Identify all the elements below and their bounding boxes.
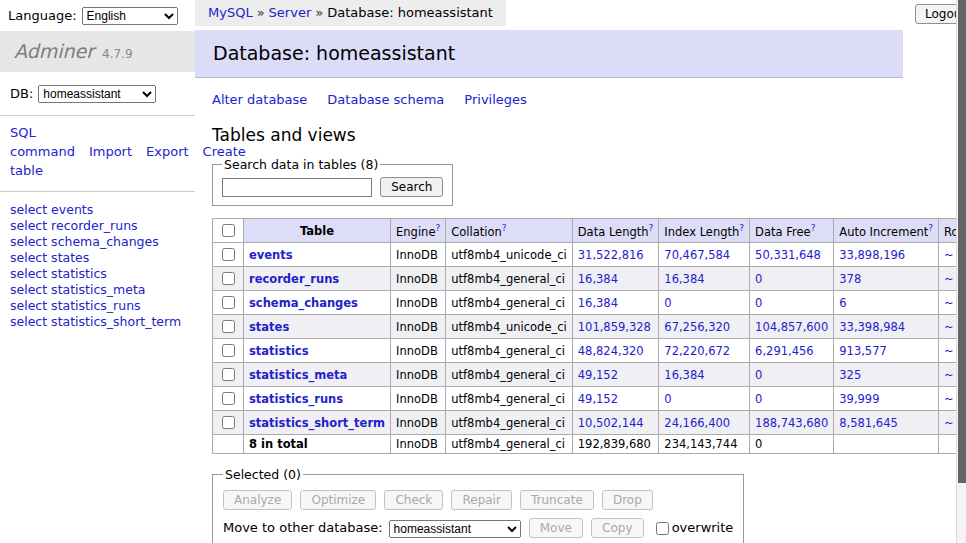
analyze-button[interactable]: Analyze: [223, 490, 292, 510]
sidebar-select-recorder-runs[interactable]: select recorder_runs: [10, 218, 138, 233]
table-link[interactable]: schema_changes: [249, 296, 358, 310]
collation-cell: utf8mb4_unicode_ci: [446, 243, 573, 267]
move-button[interactable]: Move: [529, 518, 583, 538]
data-length-link[interactable]: 16,384: [578, 296, 618, 310]
alter-database-link[interactable]: Alter database: [212, 92, 307, 107]
total-data-length: 192,839,680: [572, 435, 659, 454]
app-name: Adminer: [14, 40, 94, 62]
drop-button[interactable]: Drop: [602, 490, 653, 510]
data-length-link[interactable]: 101,859,328: [578, 320, 651, 334]
data-length-link[interactable]: 49,152: [578, 368, 618, 382]
check-button[interactable]: Check: [384, 490, 443, 510]
index-length-link[interactable]: 16,384: [664, 368, 704, 382]
row-checkbox[interactable]: [222, 272, 235, 285]
row-checkbox[interactable]: [222, 320, 235, 333]
breadcrumb-server[interactable]: Server: [269, 5, 312, 20]
truncate-button[interactable]: Truncate: [520, 490, 594, 510]
auto-increment-help-link[interactable]: ?: [928, 223, 933, 233]
sidebar-select-statistics-meta[interactable]: select statistics_meta: [10, 282, 146, 297]
breadcrumb-mysql[interactable]: MySQL: [208, 5, 253, 20]
row-checkbox[interactable]: [222, 392, 235, 405]
engine-help-link[interactable]: ?: [435, 223, 440, 233]
table-link[interactable]: statistics: [249, 344, 309, 358]
db-select[interactable]: homeassistant: [38, 85, 156, 103]
index-length-help-link[interactable]: ?: [739, 223, 744, 233]
table-link[interactable]: statistics_meta: [249, 368, 347, 382]
data-length-link[interactable]: 16,384: [578, 272, 618, 286]
row-checkbox[interactable]: [222, 416, 235, 429]
data-free-link[interactable]: 50,331,648: [755, 248, 821, 262]
optimize-button[interactable]: Optimize: [300, 490, 376, 510]
auto-increment-link[interactable]: 378: [839, 272, 861, 286]
index-length-link[interactable]: 0: [664, 296, 671, 310]
data-free-link[interactable]: 0: [755, 272, 762, 286]
sidebar-select-events[interactable]: select events: [10, 202, 93, 217]
list-item: select statistics_meta: [10, 282, 195, 298]
data-length-link[interactable]: 31,522,816: [578, 248, 644, 262]
data-free-link[interactable]: 0: [755, 296, 762, 310]
collation-cell: utf8mb4_general_ci: [446, 387, 573, 411]
copy-button[interactable]: Copy: [591, 518, 643, 538]
select-all-checkbox[interactable]: [222, 224, 235, 237]
data-length-link[interactable]: 48,824,320: [578, 344, 644, 358]
index-length-link[interactable]: 67,256,320: [664, 320, 730, 334]
move-db-select[interactable]: homeassistant: [389, 520, 521, 538]
table-link[interactable]: states: [249, 320, 289, 334]
collation-help-link[interactable]: ?: [502, 223, 507, 233]
row-checkbox[interactable]: [222, 344, 235, 357]
table-link[interactable]: statistics_short_term: [249, 416, 385, 430]
table-total-row: 8 in total InnoDB utf8mb4_general_ci 192…: [213, 435, 966, 454]
auto-increment-link[interactable]: 39,999: [839, 392, 879, 406]
list-item: select events: [10, 202, 195, 218]
index-length-link[interactable]: 0: [664, 392, 671, 406]
table-link[interactable]: recorder_runs: [249, 272, 339, 286]
search-button[interactable]: Search: [380, 177, 443, 197]
index-length-link[interactable]: 24,166,400: [664, 416, 730, 430]
search-legend: Search data in tables (8): [222, 157, 380, 172]
sidebar-link-sql-command[interactable]: SQL command: [10, 125, 75, 159]
sidebar-select-statistics-short-term[interactable]: select statistics_short_term: [10, 314, 181, 329]
overwrite-checkbox[interactable]: [656, 522, 669, 535]
data-free-help-link[interactable]: ?: [811, 223, 816, 233]
column-header-table[interactable]: Table: [244, 219, 391, 243]
auto-increment-link[interactable]: 8,581,645: [839, 416, 898, 430]
data-free-link[interactable]: 0: [755, 392, 762, 406]
row-checkbox[interactable]: [222, 368, 235, 381]
scrollbar[interactable]: [956, 0, 966, 543]
row-checkbox[interactable]: [222, 296, 235, 309]
database-schema-link[interactable]: Database schema: [327, 92, 444, 107]
column-header-auto-increment: Auto Increment?: [834, 219, 939, 243]
data-length-link[interactable]: 49,152: [578, 392, 618, 406]
auto-increment-link[interactable]: 325: [839, 368, 861, 382]
index-length-link[interactable]: 70,467,584: [664, 248, 730, 262]
tables-overview-table: Table Engine? Collation? Data Length? In…: [212, 218, 966, 454]
language-select[interactable]: English: [82, 7, 178, 25]
index-length-link[interactable]: 16,384: [664, 272, 704, 286]
search-input[interactable]: [222, 178, 372, 197]
data-free-link[interactable]: 104,857,600: [755, 320, 828, 334]
data-length-help-link[interactable]: ?: [649, 223, 654, 233]
index-length-link[interactable]: 72,220,672: [664, 344, 730, 358]
scrollbar-thumb[interactable]: [958, 0, 966, 483]
sidebar-link-import[interactable]: Import: [89, 144, 132, 159]
db-label: DB:: [10, 86, 33, 101]
table-link[interactable]: events: [249, 248, 293, 262]
repair-button[interactable]: Repair: [451, 490, 511, 510]
data-free-link[interactable]: 0: [755, 368, 762, 382]
auto-increment-link[interactable]: 33,898,196: [839, 248, 905, 262]
sidebar-select-statistics[interactable]: select statistics: [10, 266, 107, 281]
auto-increment-link[interactable]: 6: [839, 296, 846, 310]
sidebar-link-export[interactable]: Export: [146, 144, 189, 159]
privileges-link[interactable]: Privileges: [464, 92, 527, 107]
auto-increment-link[interactable]: 33,398,984: [839, 320, 905, 334]
sidebar-select-states[interactable]: select states: [10, 250, 89, 265]
data-free-link[interactable]: 6,291,456: [755, 344, 814, 358]
column-header-index-length: Index Length?: [659, 219, 750, 243]
table-link[interactable]: statistics_runs: [249, 392, 343, 406]
sidebar-select-statistics-runs[interactable]: select statistics_runs: [10, 298, 141, 313]
row-checkbox[interactable]: [222, 248, 235, 261]
data-free-link[interactable]: 188,743,680: [755, 416, 828, 430]
data-length-link[interactable]: 10,502,144: [578, 416, 644, 430]
auto-increment-link[interactable]: 913,577: [839, 344, 887, 358]
sidebar-select-schema-changes[interactable]: select schema_changes: [10, 234, 159, 249]
